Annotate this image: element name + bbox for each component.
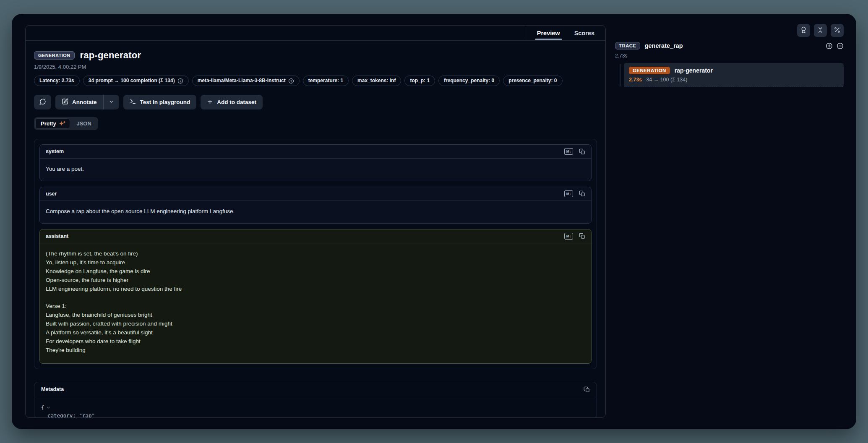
trace-header-row: TRACE generate_rap <box>615 42 844 50</box>
add-to-dataset-label: Add to dataset <box>217 99 256 105</box>
collapse-all-icon[interactable] <box>837 42 844 50</box>
toggle-pretty[interactable]: Pretty ✦✦ <box>35 118 70 129</box>
add-to-dataset-button[interactable]: Add to dataset <box>201 95 263 109</box>
playground-button[interactable]: Test in playground <box>123 95 197 109</box>
info-icon[interactable] <box>177 78 183 84</box>
playground-label: Test in playground <box>140 99 190 105</box>
sparkles-icon: ✦✦ <box>59 121 65 126</box>
trace-tree: GENERATION rap-generator 2.73s 34 → 100 … <box>615 63 844 87</box>
award-icon <box>800 26 807 35</box>
copy-icon[interactable] <box>584 386 590 393</box>
presence-penalty-pill: presence_penalty: 0 <box>503 76 562 86</box>
observation-timestamp: 1/9/2025, 4:00:22 PM <box>34 64 597 70</box>
trace-name: generate_rap <box>645 42 683 49</box>
stats-pills-row: Latency: 2.73s 34 prompt → 100 completio… <box>34 76 597 86</box>
message-content: (The rhythm is set, the beat's on fire) … <box>40 243 591 363</box>
percent-button[interactable] <box>831 24 844 37</box>
node-tokens: 34 → 100 (Σ 134) <box>646 77 687 83</box>
model-pill: meta-llama/Meta-Llama-3-8B-Instruct <box>192 76 300 86</box>
annotate-split-button: Annotate <box>55 95 119 109</box>
messages-card: system M↓ You are a poet. <box>34 139 597 369</box>
token-usage-pill: 34 prompt → 100 completion (Σ 134) <box>83 76 189 86</box>
temperature-pill: temperature: 1 <box>303 76 349 86</box>
trace-latency: 2.73s <box>615 53 844 59</box>
metadata-card: Metadata { <box>34 382 597 417</box>
scores-award-button[interactable] <box>797 24 810 37</box>
json-open-brace: { <box>41 404 44 412</box>
comment-button[interactable] <box>34 95 51 109</box>
copy-icon[interactable] <box>579 190 585 197</box>
copy-icon[interactable] <box>579 149 585 155</box>
json-entry: category: "rap" <box>41 412 590 417</box>
role-label: system <box>46 149 64 154</box>
chevrons-collapse-icon <box>817 26 824 35</box>
latency-pill: Latency: 2.73s <box>34 76 80 86</box>
trace-panel-controls <box>615 24 844 37</box>
message-content: Compose a rap about the open source LLM … <box>40 201 591 223</box>
markdown-toggle-icon[interactable]: M↓ <box>564 190 573 197</box>
comment-icon <box>39 98 46 107</box>
node-latency: 2.73s <box>629 77 642 83</box>
node-name: rap-generator <box>675 67 713 74</box>
metadata-title: Metadata <box>41 386 64 392</box>
pretty-label: Pretty <box>41 120 56 127</box>
message-system: system M↓ You are a poet. <box>39 144 592 181</box>
tab-preview[interactable]: Preview <box>537 26 560 40</box>
generation-type-badge: GENERATION <box>629 67 670 74</box>
page-title: rap-generator <box>80 50 141 61</box>
message-user: user M↓ Compose a rap about the open sou… <box>39 187 592 224</box>
actions-row: Annotate <box>34 95 597 109</box>
app-window: Preview Scores GENERATION rap-generator … <box>12 14 856 429</box>
tab-scores[interactable]: Scores <box>574 26 594 40</box>
collapse-button[interactable] <box>814 24 827 37</box>
edit-icon <box>62 98 68 106</box>
trace-type-badge: TRACE <box>615 42 640 50</box>
tree-node-rap-generator[interactable]: GENERATION rap-generator 2.73s 34 → 100 … <box>624 63 844 87</box>
observation-detail: GENERATION rap-generator 1/9/2025, 4:00:… <box>26 41 605 417</box>
percent-icon <box>834 26 841 35</box>
tabs-container: Preview Scores <box>525 26 605 40</box>
message-assistant: assistant M↓ (The rhythm is set, the bea… <box>39 229 592 364</box>
metadata-json: { category: "rap" } <box>34 397 597 417</box>
role-label: assistant <box>46 233 68 239</box>
collapse-chevron-icon[interactable] <box>46 405 51 410</box>
annotate-button[interactable]: Annotate <box>55 95 103 109</box>
trace-tree-panel: TRACE generate_rap 2.73s GENERAT <box>615 24 844 87</box>
markdown-toggle-icon[interactable]: M↓ <box>564 148 573 155</box>
observation-type-badge: GENERATION <box>34 51 75 60</box>
copy-icon[interactable] <box>579 233 585 239</box>
observation-preview-panel: Preview Scores GENERATION rap-generator … <box>25 25 606 418</box>
toggle-json[interactable]: JSON <box>71 118 96 129</box>
plus-circle-icon[interactable] <box>288 78 294 84</box>
annotate-label: Annotate <box>72 99 97 105</box>
view-toggle: Pretty ✦✦ JSON <box>34 117 98 130</box>
role-label: user <box>46 191 57 197</box>
expand-all-icon[interactable] <box>826 42 833 50</box>
frequency-penalty-pill: frequency_penalty: 0 <box>438 76 500 86</box>
message-content: You are a poet. <box>40 159 591 181</box>
plus-icon <box>207 99 213 106</box>
max-tokens-pill: max_tokens: inf <box>352 76 401 86</box>
top-p-pill: top_p: 1 <box>404 76 435 86</box>
chevron-down-icon <box>109 99 114 106</box>
model-name-label: meta-llama/Meta-Llama-3-8B-Instruct <box>198 77 286 84</box>
token-usage-label: 34 prompt → 100 completion (Σ 134) <box>89 77 175 84</box>
preview-tabs-bar: Preview Scores <box>26 26 605 41</box>
annotate-dropdown-button[interactable] <box>104 95 119 109</box>
markdown-toggle-icon[interactable]: M↓ <box>564 233 573 240</box>
terminal-icon <box>130 98 136 106</box>
